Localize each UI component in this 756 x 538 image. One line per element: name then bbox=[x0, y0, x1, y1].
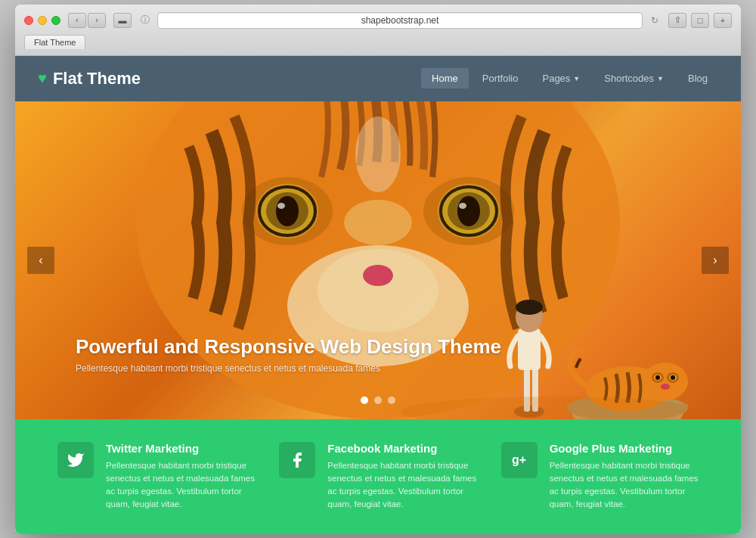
hero-slider: Powerful and Responsive Web Design Theme… bbox=[15, 101, 741, 419]
facebook-icon-wrap bbox=[279, 442, 315, 478]
facebook-icon bbox=[288, 451, 306, 469]
svg-point-15 bbox=[344, 200, 412, 245]
close-button[interactable] bbox=[24, 16, 33, 25]
site-nav-links: Home Portfolio Pages ▼ Shortcodes ▼ Blog bbox=[421, 68, 718, 89]
url-bar[interactable]: shapebootstrap.net bbox=[157, 12, 643, 29]
nav-portfolio[interactable]: Portfolio bbox=[472, 68, 529, 89]
back-button[interactable]: ‹ bbox=[68, 13, 86, 28]
svg-point-28 bbox=[643, 362, 688, 400]
tab-label: Flat Theme bbox=[34, 38, 76, 47]
logo-text: Flat Theme bbox=[53, 69, 141, 89]
hero-subtitle: Pellentesque habitant morbi tristique se… bbox=[76, 363, 501, 374]
site-logo[interactable]: ♥ Flat Theme bbox=[38, 69, 141, 89]
feature-twitter-title: Twitter Marketing bbox=[106, 442, 255, 455]
feature-googleplus-text: Google Plus Marketing Pellentesque habit… bbox=[550, 442, 699, 512]
nav-blog[interactable]: Blog bbox=[677, 68, 718, 89]
slide-dot-1[interactable] bbox=[361, 397, 368, 404]
svg-point-12 bbox=[457, 196, 480, 226]
minimize-button[interactable] bbox=[38, 16, 47, 25]
googleplus-icon: g+ bbox=[512, 453, 526, 467]
nav-pages-label: Pages bbox=[542, 73, 570, 84]
url-text: shapebootstrap.net bbox=[361, 15, 439, 26]
slide-dot-3[interactable] bbox=[388, 397, 395, 404]
maximize-button[interactable] bbox=[51, 16, 60, 25]
feature-twitter-text: Twitter Marketing Pellentesque habitant … bbox=[106, 442, 255, 512]
features-section: Twitter Marketing Pellentesque habitant … bbox=[15, 419, 741, 534]
nav-home-label: Home bbox=[432, 73, 458, 84]
browser-actions: ⇧ □ + bbox=[668, 13, 732, 28]
slider-prev-button[interactable]: ‹ bbox=[27, 247, 54, 274]
hero-content: Powerful and Responsive Web Design Theme… bbox=[76, 335, 501, 374]
feature-facebook: Facebook Marketing Pellentesque habitant… bbox=[267, 442, 488, 512]
slider-dots bbox=[361, 397, 395, 404]
info-icon: ⓘ bbox=[139, 14, 151, 26]
svg-point-33 bbox=[655, 375, 660, 380]
browser-chrome: ‹ › ▬ ⓘ shapebootstrap.net ↻ ⇧ □ + Flat … bbox=[15, 5, 741, 56]
twitter-icon bbox=[67, 451, 85, 469]
active-tab[interactable]: Flat Theme bbox=[24, 35, 85, 49]
browser-traffic-lights bbox=[24, 16, 60, 25]
svg-point-6 bbox=[277, 203, 285, 209]
twitter-icon-wrap bbox=[57, 442, 94, 478]
feature-googleplus-title: Google Plus Marketing bbox=[550, 442, 699, 455]
svg-rect-23 bbox=[518, 328, 541, 370]
nav-portfolio-label: Portfolio bbox=[482, 73, 519, 84]
svg-point-5 bbox=[276, 196, 299, 226]
new-tab-plus[interactable]: + bbox=[714, 13, 732, 28]
browser-window: ‹ › ▬ ⓘ shapebootstrap.net ↻ ⇧ □ + Flat … bbox=[15, 5, 741, 534]
nav-home[interactable]: Home bbox=[421, 68, 469, 89]
slide-dot-2[interactable] bbox=[374, 397, 382, 404]
svg-point-18 bbox=[363, 265, 393, 286]
feature-facebook-text: Facebook Marketing Pellentesque habitant… bbox=[327, 442, 476, 512]
nav-pages[interactable]: Pages ▼ bbox=[531, 68, 590, 89]
feature-facebook-desc: Pellentesque habitant morbi tristique se… bbox=[327, 459, 476, 512]
feature-twitter-desc: Pellentesque habitant morbi tristique se… bbox=[106, 459, 255, 512]
nav-shortcodes-label: Shortcodes bbox=[604, 73, 654, 84]
googleplus-icon-wrap: g+ bbox=[501, 442, 538, 478]
nav-blog-label: Blog bbox=[688, 73, 708, 84]
reader-view-button[interactable]: ▬ bbox=[113, 13, 132, 28]
feature-facebook-title: Facebook Marketing bbox=[327, 442, 476, 455]
refresh-icon[interactable]: ↻ bbox=[649, 15, 661, 26]
forward-button[interactable]: › bbox=[88, 13, 106, 28]
chevron-down-icon: ▼ bbox=[573, 75, 580, 82]
feature-googleplus-desc: Pellentesque habitant morbi tristique se… bbox=[550, 459, 699, 512]
hero-title: Powerful and Responsive Web Design Theme bbox=[76, 335, 501, 359]
svg-point-34 bbox=[671, 375, 675, 380]
slider-next-button[interactable]: › bbox=[702, 247, 729, 274]
svg-point-19 bbox=[355, 117, 401, 192]
nav-shortcodes[interactable]: Shortcodes ▼ bbox=[593, 68, 674, 89]
feature-twitter: Twitter Marketing Pellentesque habitant … bbox=[45, 442, 267, 512]
svg-point-25 bbox=[516, 300, 543, 315]
chevron-down-icon-2: ▼ bbox=[657, 75, 664, 82]
site-navbar: ♥ Flat Theme Home Portfolio Pages ▼ Shor… bbox=[15, 56, 741, 101]
feature-googleplus: g+ Google Plus Marketing Pellentesque ha… bbox=[489, 442, 711, 512]
heart-icon: ♥ bbox=[38, 70, 47, 87]
add-tab-button[interactable]: □ bbox=[691, 13, 709, 28]
website-content: ♥ Flat Theme Home Portfolio Pages ▼ Shor… bbox=[15, 56, 741, 534]
svg-point-13 bbox=[459, 203, 466, 209]
share-button[interactable]: ⇧ bbox=[668, 13, 686, 28]
svg-point-35 bbox=[661, 384, 670, 390]
